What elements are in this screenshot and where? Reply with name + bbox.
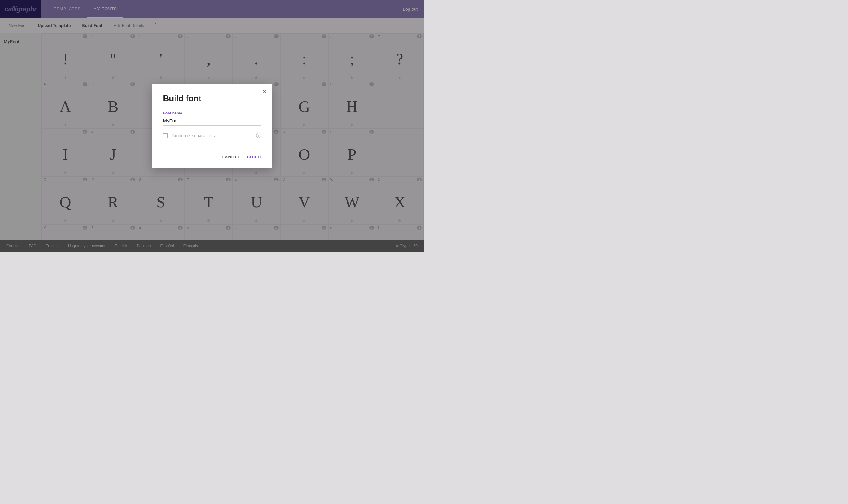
build-button[interactable]: BUILD xyxy=(247,155,261,159)
modal-title: Build font xyxy=(163,94,261,103)
modal-actions: CANCEL BUILD xyxy=(163,149,261,159)
info-icon[interactable]: ⓘ xyxy=(256,132,261,139)
modal-overlay: × Build font Font name Randomize charact… xyxy=(0,0,424,252)
cancel-button[interactable]: CANCEL xyxy=(222,155,241,159)
font-name-input[interactable] xyxy=(163,117,261,126)
font-name-label: Font name xyxy=(163,111,261,115)
modal-close-button[interactable]: × xyxy=(263,89,267,95)
build-font-modal: × Build font Font name Randomize charact… xyxy=(152,84,272,168)
randomize-row: Randomize characters ⓘ xyxy=(163,132,261,139)
randomize-label: Randomize characters xyxy=(171,133,215,138)
randomize-checkbox[interactable] xyxy=(163,133,167,138)
